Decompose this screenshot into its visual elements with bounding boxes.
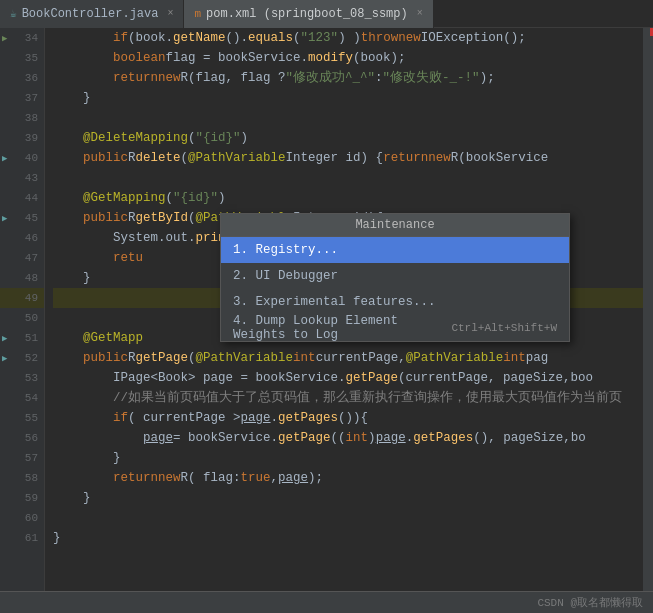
gutter-line-52: ▶52 — [0, 348, 44, 368]
code-line-36: return new R(flag, flag ? "修改成功^_^" : "修… — [53, 68, 645, 88]
code-line-61: } — [53, 528, 645, 548]
tab-bar: ☕ BookController.java × m pom.xml (sprin… — [0, 0, 653, 28]
gutter-line-34: ▶34 — [0, 28, 44, 48]
popup-item-dump[interactable]: 4. Dump Lookup Element Weights to Log Ct… — [221, 315, 569, 341]
editor: ▶34 35 36 37 38 39 ▶40 43 44 ▶45 46 47 4… — [0, 28, 653, 591]
code-line-57: } — [53, 448, 645, 468]
popup-item-label: 2. UI Debugger — [233, 269, 338, 283]
gutter-line-58: 58 — [0, 468, 44, 488]
code-line-40: public R delete(@PathVariable Integer id… — [53, 148, 645, 168]
tab-label-xml: pom.xml (springboot_08_ssmp) — [206, 7, 408, 21]
code-line-43 — [53, 168, 645, 188]
popup-item-label: 3. Experimental features... — [233, 295, 436, 309]
close-icon[interactable]: × — [167, 8, 173, 19]
gutter-line-35: 35 — [0, 48, 44, 68]
code-line-39: @DeleteMapping("{id}") — [53, 128, 645, 148]
gutter-line-56: 56 — [0, 428, 44, 448]
code-line-53: IPage<Book> page = bookService.getPage(c… — [53, 368, 645, 388]
gutter: ▶34 35 36 37 38 39 ▶40 43 44 ▶45 46 47 4… — [0, 28, 45, 591]
code-line-35: boolean flag = bookService.modify(book); — [53, 48, 645, 68]
gutter-line-60: 60 — [0, 508, 44, 528]
code-line-58: return new R( flag: true, page); — [53, 468, 645, 488]
gutter-line-38: 38 — [0, 108, 44, 128]
tab-pomxml[interactable]: m pom.xml (springboot_08_ssmp) × — [184, 0, 433, 28]
gutter-line-43: 43 — [0, 168, 44, 188]
gutter-line-55: 55 — [0, 408, 44, 428]
gutter-line-53: 53 — [0, 368, 44, 388]
gutter-line-59: 59 — [0, 488, 44, 508]
tab-bookcontroller[interactable]: ☕ BookController.java × — [0, 0, 184, 28]
code-line-60 — [53, 508, 645, 528]
popup-item-label: 1. Registry... — [233, 243, 338, 257]
code-line-56: page = bookService.getPage((int)page.get… — [53, 428, 645, 448]
code-line-38 — [53, 108, 645, 128]
code-area[interactable]: if (book.getName().equals("123") ) throw… — [45, 28, 653, 591]
right-margin — [643, 28, 653, 591]
gutter-line-44: 44 — [0, 188, 44, 208]
code-line-34: if (book.getName().equals("123") ) throw… — [53, 28, 645, 48]
gutter-line-40: ▶40 — [0, 148, 44, 168]
code-line-54: //如果当前页码值大于了总页码值，那么重新执行查询操作，使用最大页码值作为当前页 — [53, 388, 645, 408]
gutter-line-57: 57 — [0, 448, 44, 468]
tab-label: BookController.java — [22, 7, 159, 21]
code-line-59: } — [53, 488, 645, 508]
maintenance-popup: Maintenance 1. Registry... 2. UI Debugge… — [220, 213, 570, 342]
close-icon-xml[interactable]: × — [417, 8, 423, 19]
xml-icon: m — [194, 8, 201, 20]
popup-item-label: 4. Dump Lookup Element Weights to Log — [233, 314, 451, 342]
code-line-44: @GetMapping("{id}") — [53, 188, 645, 208]
gutter-line-61: 61 — [0, 528, 44, 548]
java-icon: ☕ — [10, 7, 17, 20]
gutter-line-45: ▶45 — [0, 208, 44, 228]
gutter-line-48: 48 — [0, 268, 44, 288]
popup-title: Maintenance — [221, 214, 569, 237]
popup-item-ui-debugger[interactable]: 2. UI Debugger — [221, 263, 569, 289]
popup-shortcut: Ctrl+Alt+Shift+W — [451, 322, 557, 334]
code-line-55: if( currentPage > page.getPages()){ — [53, 408, 645, 428]
gutter-line-46: 46 — [0, 228, 44, 248]
popup-item-experimental[interactable]: 3. Experimental features... — [221, 289, 569, 315]
gutter-line-50: 50 — [0, 308, 44, 328]
gutter-line-54: 54 — [0, 388, 44, 408]
gutter-line-49: 49 — [0, 288, 44, 308]
code-line-37: } — [53, 88, 645, 108]
gutter-line-37: 37 — [0, 88, 44, 108]
watermark: CSDN @取名都懒得取 — [537, 595, 643, 610]
code-line-52: public R getPage(@PathVariable int curre… — [53, 348, 645, 368]
gutter-line-51: ▶51 — [0, 328, 44, 348]
gutter-line-39: 39 — [0, 128, 44, 148]
gutter-line-36: 36 — [0, 68, 44, 88]
gutter-line-47: 47 — [0, 248, 44, 268]
status-bar: CSDN @取名都懒得取 — [0, 591, 653, 613]
popup-item-registry[interactable]: 1. Registry... — [221, 237, 569, 263]
